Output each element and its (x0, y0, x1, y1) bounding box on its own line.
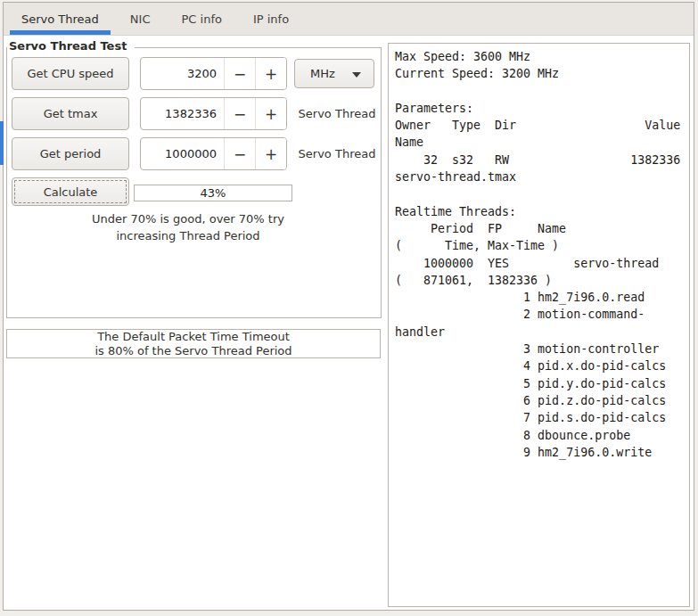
tab-nic-label: NIC (130, 12, 151, 26)
tab-bar: Servo Thread NIC PC info IP info (4, 3, 694, 36)
tab-pc-info-label: PC info (181, 12, 221, 26)
output-line: 2 motion-command- (395, 306, 689, 323)
chevron-down-icon (352, 72, 361, 78)
get-cpu-speed-button[interactable]: Get CPU speed (12, 57, 129, 90)
output-line: Parameters: (395, 100, 689, 117)
output-line: Name (395, 134, 689, 151)
plus-icon: + (265, 65, 277, 83)
output-line: Period FP Name (395, 220, 689, 237)
output-line: handler (395, 324, 689, 341)
packet-timeout-line2: is 80% of the Servo Thread Period (94, 344, 292, 358)
speed-unit-value: MHz (295, 67, 335, 80)
tab-servo-thread[interactable]: Servo Thread (10, 3, 111, 35)
calculate-button[interactable]: Calculate (12, 177, 129, 206)
period-thread-label: Servo Thread (294, 137, 380, 170)
app-window: Servo Thread NIC PC info IP info Servo T… (0, 0, 698, 616)
output-line: servo-thread.tmax (395, 168, 689, 185)
output-line: Max Speed: 3600 MHz (395, 48, 689, 65)
output-line: 6 pid.z.do-pid-calcs (395, 392, 689, 409)
tmax-thread-label: Servo Thread (294, 97, 380, 130)
packet-timeout-line1: The Default Packet Time Timeout (97, 330, 290, 344)
tab-ip-info[interactable]: IP info (242, 3, 300, 35)
packet-timeout-frame: The Default Packet Time Timeout is 80% o… (6, 329, 381, 358)
output-line: Current Speed: 3200 MHz (395, 65, 689, 82)
tmax-input[interactable]: 1382336 (141, 98, 224, 129)
servo-thread-page: Servo Thread Test Get CPU speed 3200 − +… (4, 36, 694, 610)
output-line (395, 83, 689, 100)
output-line: 4 pid.x.do-pid-calcs (395, 357, 689, 374)
load-hint-line2: increasing Thread Period (6, 227, 370, 244)
tab-pc-info[interactable]: PC info (169, 3, 233, 35)
tmax-decrement-button[interactable]: − (224, 98, 255, 129)
load-hint-line1: Under 70% is good, over 70% try (6, 210, 370, 227)
output-line: 32 s32 RW 1382336 (395, 152, 689, 168)
period-increment-button[interactable]: + (255, 138, 286, 169)
output-line: Realtime Threads: (395, 203, 689, 220)
minus-icon: − (234, 65, 246, 83)
load-hint-text: Under 70% is good, over 70% try increasi… (6, 210, 370, 244)
get-cpu-speed-button-label: Get CPU speed (27, 67, 113, 80)
output-line: 9 hm2_7i96.0.write (395, 444, 689, 461)
cpu-speed-decrement-button[interactable]: − (224, 58, 255, 89)
output-line (395, 185, 689, 202)
output-line: 7 pid.s.do-pid-calcs (395, 409, 689, 426)
output-line: 8 dbounce.probe (395, 427, 689, 444)
tmax-increment-button[interactable]: + (255, 98, 286, 129)
tab-servo-thread-label: Servo Thread (21, 12, 99, 26)
load-percent-field: 43% (134, 185, 292, 201)
left-edge-scrollbar-indicator[interactable] (0, 121, 4, 165)
output-line: 5 pid.y.do-pid-calcs (395, 375, 689, 392)
tab-nic[interactable]: NIC (119, 3, 162, 35)
cpu-speed-spinbox: 3200 − + (140, 57, 287, 90)
get-period-button[interactable]: Get period (12, 137, 129, 170)
get-tmax-button-label: Get tmax (44, 107, 98, 120)
speed-unit-dropdown[interactable]: MHz (294, 59, 374, 88)
plus-icon: + (265, 105, 277, 123)
cpu-speed-increment-button[interactable]: + (255, 58, 286, 89)
output-line: Owner Type Dir Value (395, 117, 689, 134)
hal-output-textview[interactable]: Max Speed: 3600 MHzCurrent Speed: 3200 M… (388, 43, 690, 607)
period-decrement-button[interactable]: − (224, 138, 255, 169)
load-percent-value: 43% (201, 186, 226, 200)
calculate-button-label: Calculate (44, 185, 98, 199)
plus-icon: + (265, 145, 277, 163)
get-tmax-button[interactable]: Get tmax (12, 97, 129, 130)
minus-icon: − (234, 145, 246, 163)
get-period-button-label: Get period (40, 147, 102, 160)
output-line: 3 motion-controller (395, 341, 689, 357)
output-line: ( 871061, 1382336 ) (395, 272, 689, 289)
output-line: 1000000 YES servo-thread (395, 255, 689, 272)
output-line: ( Time, Max-Time ) (395, 237, 689, 254)
output-line: 1 hm2_7i96.0.read (395, 289, 689, 306)
minus-icon: − (234, 105, 246, 123)
notebook: Servo Thread NIC PC info IP info Servo T… (3, 2, 694, 611)
tab-ip-info-label: IP info (253, 12, 289, 26)
tmax-spinbox: 1382336 − + (140, 97, 287, 130)
period-input[interactable]: 1000000 (141, 138, 224, 169)
cpu-speed-input[interactable]: 3200 (141, 58, 224, 89)
period-spinbox: 1000000 − + (140, 137, 287, 170)
